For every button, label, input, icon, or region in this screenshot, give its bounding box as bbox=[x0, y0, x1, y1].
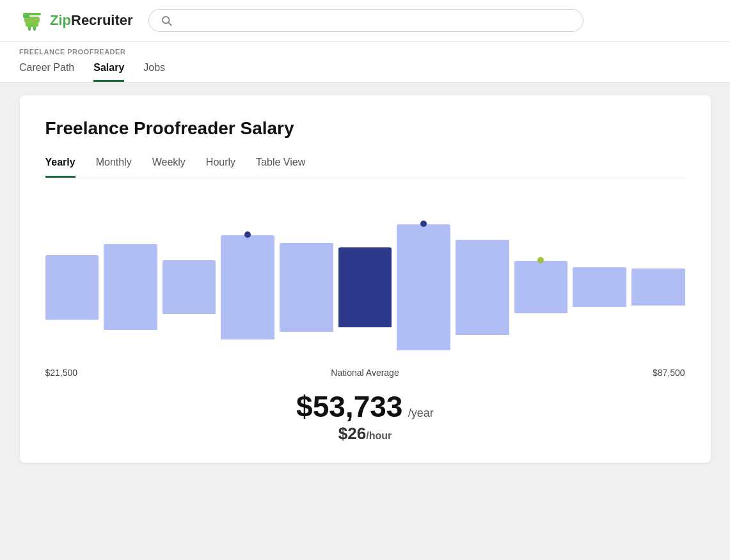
bar-group bbox=[280, 210, 333, 364]
bars-container bbox=[45, 198, 685, 364]
card-title: Freelance Proofreader Salary bbox=[45, 118, 685, 139]
nav-tabs: Career Path Salary Jobs bbox=[19, 62, 711, 82]
bar-group bbox=[631, 210, 685, 364]
tab-table-view[interactable]: Table View bbox=[256, 157, 305, 178]
bar bbox=[397, 224, 450, 350]
chart-bottom-labels: $21,500 National Average $87,500 bbox=[45, 368, 685, 378]
breadcrumb: FREELANCE PROOFREADER bbox=[19, 48, 711, 56]
tab-jobs[interactable]: Jobs bbox=[143, 62, 165, 82]
bar bbox=[280, 243, 333, 332]
svg-rect-5 bbox=[23, 13, 41, 15]
salary-hourly-value: $26/hour bbox=[45, 424, 685, 444]
bar-group bbox=[104, 210, 157, 364]
salary-period: /year bbox=[408, 407, 434, 419]
bar bbox=[514, 261, 568, 313]
tab-hourly[interactable]: Hourly bbox=[206, 157, 235, 178]
tab-divider bbox=[45, 178, 685, 178]
bar bbox=[338, 247, 392, 327]
chart-label-min: $21,500 bbox=[45, 368, 78, 378]
bar-group bbox=[45, 210, 99, 364]
tab-monthly[interactable]: Monthly bbox=[96, 157, 132, 178]
logo-area: ZipRecruiter bbox=[19, 8, 133, 33]
ziprecruiter-logo-icon bbox=[19, 8, 45, 33]
tab-career-path[interactable]: Career Path bbox=[19, 62, 74, 82]
bar bbox=[631, 268, 685, 306]
salary-display: $53,733 /year $26/hour bbox=[45, 389, 685, 444]
bar-group bbox=[397, 210, 450, 364]
tab-weekly[interactable]: Weekly bbox=[152, 157, 186, 178]
bar-group bbox=[514, 210, 568, 364]
bar bbox=[45, 255, 99, 320]
bar-dot bbox=[420, 221, 427, 227]
bar bbox=[104, 244, 157, 330]
bar bbox=[573, 267, 626, 307]
period-tabs: Yearly Monthly Weekly Hourly Table View bbox=[45, 157, 685, 178]
bar-dot bbox=[537, 257, 544, 263]
salary-hourly-line: $26/hour bbox=[45, 424, 685, 444]
bar bbox=[456, 240, 509, 335]
bar-group bbox=[221, 210, 274, 364]
main-content: Freelance Proofreader Salary Yearly Mont… bbox=[0, 82, 730, 476]
tab-salary[interactable]: Salary bbox=[93, 62, 124, 82]
svg-line-7 bbox=[168, 22, 171, 25]
sub-header: FREELANCE PROOFREADER Career Path Salary… bbox=[0, 42, 730, 82]
salary-main-value: $53,733 bbox=[296, 390, 402, 423]
chart-wrapper: $21,500 National Average $87,500 bbox=[45, 198, 685, 378]
bar-dot bbox=[244, 231, 251, 238]
bar-group bbox=[163, 210, 216, 364]
search-icon bbox=[161, 15, 172, 26]
bar bbox=[221, 235, 274, 339]
salary-main-line: $53,733 /year bbox=[45, 389, 685, 424]
bar bbox=[163, 260, 216, 314]
chart-label-max: $87,500 bbox=[653, 368, 685, 378]
search-bar[interactable]: Freelance Proofreader bbox=[148, 9, 583, 32]
bar-group bbox=[456, 210, 509, 364]
logo-text: ZipRecruiter bbox=[50, 12, 133, 29]
top-header: ZipRecruiter Freelance Proofreader bbox=[0, 0, 730, 42]
salary-card: Freelance Proofreader Salary Yearly Mont… bbox=[20, 95, 711, 463]
bar-group bbox=[573, 210, 626, 364]
tab-yearly[interactable]: Yearly bbox=[45, 157, 75, 178]
search-input[interactable]: Freelance Proofreader bbox=[179, 15, 571, 26]
salary-hourly-period: /hour bbox=[366, 430, 392, 441]
chart-label-avg: National Average bbox=[331, 368, 399, 378]
bar-group bbox=[338, 210, 392, 364]
